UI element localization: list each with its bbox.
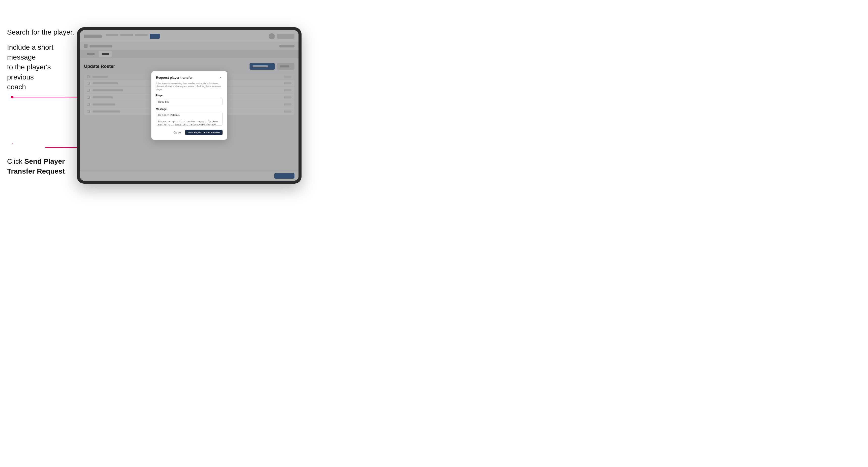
annotation-search-text: Search for the player. <box>7 27 74 37</box>
send-transfer-request-button[interactable]: Send Player Transfer Request <box>185 130 222 135</box>
dialog-close-button[interactable]: × <box>218 76 222 80</box>
dialog-footer: Cancel Send Player Transfer Request <box>156 130 222 135</box>
annotation-click-prefix: Click <box>7 157 24 165</box>
message-label: Message <box>156 108 222 111</box>
player-input[interactable] <box>156 98 222 105</box>
tablet-frame: Update Roster <box>77 27 302 184</box>
player-label: Player <box>156 94 222 97</box>
message-textarea[interactable]: Hi Coach McHarg, Please accept this tran… <box>156 112 222 126</box>
annotation-click-text: Click Send PlayerTransfer Request <box>7 156 65 176</box>
request-transfer-dialog: Request player transfer × If the player … <box>151 71 227 140</box>
annotation-message-text: Include a short message to the player's … <box>7 42 75 92</box>
dialog-overlay: Request player transfer × If the player … <box>80 30 299 181</box>
cancel-button[interactable]: Cancel <box>171 130 183 135</box>
tablet-screen: Update Roster <box>80 30 299 181</box>
dialog-title: Request player transfer <box>156 76 192 80</box>
dialog-description: If the player is transferring from anoth… <box>156 82 222 91</box>
dialog-header: Request player transfer × <box>156 76 222 80</box>
